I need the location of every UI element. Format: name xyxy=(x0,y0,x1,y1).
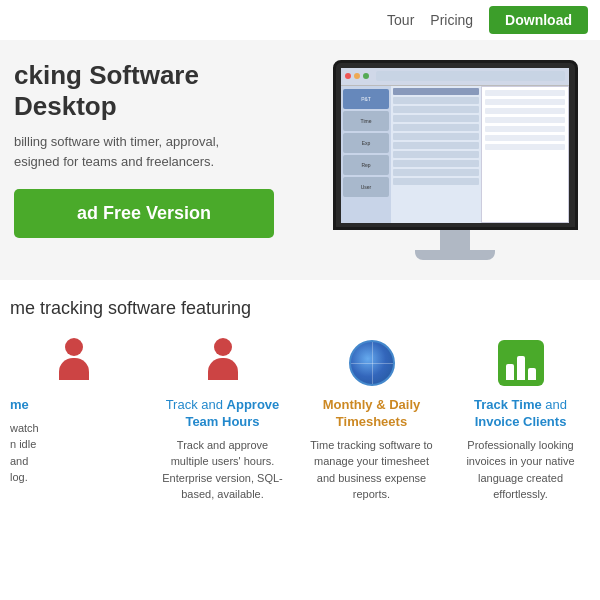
list-row-4 xyxy=(393,124,479,131)
hero-title: cking Software Desktop xyxy=(14,60,310,122)
navigation: Tour Pricing Download xyxy=(0,0,600,40)
nav-pricing-link[interactable]: Pricing xyxy=(430,12,473,28)
sidebar-item-users: User xyxy=(343,177,389,197)
list-row-10 xyxy=(393,178,479,185)
feature-item-timesheets: Monthly & DailyTimesheets Time tracking … xyxy=(302,337,441,503)
feature-title-1: me xyxy=(10,397,137,414)
screen-list-area xyxy=(391,86,481,223)
screen-sidebar: P&T Time Exp Rep User xyxy=(341,86,391,223)
feature-title-3: Monthly & DailyTimesheets xyxy=(308,397,435,431)
list-row-9 xyxy=(393,169,479,176)
toolbar-addressbar xyxy=(376,71,565,81)
sidebar-item-expense: Exp xyxy=(343,133,389,153)
toolbar-dot-yellow xyxy=(354,73,360,79)
list-row-6 xyxy=(393,142,479,149)
nav-tour-link[interactable]: Tour xyxy=(387,12,414,28)
feature-icon-wrap-3 xyxy=(346,337,398,389)
monitor-screen: P&T Time Exp Rep User xyxy=(341,68,569,223)
detail-row-4 xyxy=(485,117,565,123)
feature-icon-wrap-4 xyxy=(495,337,547,389)
list-row-3 xyxy=(393,115,479,122)
person-icon-2 xyxy=(201,338,245,388)
feature-item-timer: me watchn idleandlog. xyxy=(10,337,143,503)
feature-icon-wrap-2 xyxy=(197,337,249,389)
hero-monitor-image: P&T Time Exp Rep User xyxy=(320,60,590,260)
bar-2 xyxy=(517,356,525,380)
bar-chart-icon xyxy=(498,340,544,386)
feature-desc-3: Time tracking software to manage your ti… xyxy=(308,437,435,503)
person-head-2 xyxy=(214,338,232,356)
feature-title-4: Track Time andInvoice Clients xyxy=(457,397,584,431)
nav-download-button[interactable]: Download xyxy=(489,6,588,34)
features-grid: me watchn idleandlog. Track and ApproveT… xyxy=(10,337,590,503)
monitor-stand-neck xyxy=(440,230,470,250)
feature-title-2: Track and ApproveTeam Hours xyxy=(159,397,286,431)
screen-body: P&T Time Exp Rep User xyxy=(341,86,569,223)
list-row-7 xyxy=(393,151,479,158)
sidebar-item-projects: P&T xyxy=(343,89,389,109)
globe-meridian xyxy=(372,342,373,384)
feature-desc-4: Professionally looking invoices in your … xyxy=(457,437,584,503)
detail-row-6 xyxy=(485,135,565,141)
detail-row-5 xyxy=(485,126,565,132)
globe-icon xyxy=(349,340,395,386)
feature-desc-1: watchn idleandlog. xyxy=(10,420,137,486)
feature-icon-wrap-1 xyxy=(48,337,100,389)
monitor-stand-base xyxy=(415,250,495,260)
screen-detail-area xyxy=(481,86,569,223)
list-row-5 xyxy=(393,133,479,140)
toolbar-dot-red xyxy=(345,73,351,79)
bar-3 xyxy=(528,368,536,380)
detail-row-1 xyxy=(485,90,565,96)
sidebar-item-reports: Rep xyxy=(343,155,389,175)
features-section: me tracking software featuring me watchn… xyxy=(0,280,600,513)
feature-item-team-hours: Track and ApproveTeam Hours Track and ap… xyxy=(153,337,292,503)
hero-text-block: cking Software Desktop billing software … xyxy=(10,60,310,238)
hero-cta-button[interactable]: ad Free Version xyxy=(14,189,274,238)
person-body-2 xyxy=(208,358,238,380)
person-head-1 xyxy=(65,338,83,356)
person-body-1 xyxy=(59,358,89,380)
list-row-1 xyxy=(393,97,479,104)
hero-section: cking Software Desktop billing software … xyxy=(0,40,600,280)
monitor-outer: P&T Time Exp Rep User xyxy=(333,60,578,230)
bar-1 xyxy=(506,364,514,380)
detail-row-7 xyxy=(485,144,565,150)
toolbar-dot-green xyxy=(363,73,369,79)
list-row-2 xyxy=(393,106,479,113)
detail-row-2 xyxy=(485,99,565,105)
feature-item-invoices: Track Time andInvoice Clients Profession… xyxy=(451,337,590,503)
sidebar-item-time: Time xyxy=(343,111,389,131)
features-heading: me tracking software featuring xyxy=(10,298,590,319)
hero-subtitle: billing software with timer, approval,es… xyxy=(14,132,310,171)
screen-toolbar xyxy=(341,68,569,86)
feature-desc-2: Track and approve multiple users' hours.… xyxy=(159,437,286,503)
list-row-header xyxy=(393,88,479,95)
detail-row-3 xyxy=(485,108,565,114)
person-icon-1 xyxy=(52,338,96,388)
list-row-8 xyxy=(393,160,479,167)
